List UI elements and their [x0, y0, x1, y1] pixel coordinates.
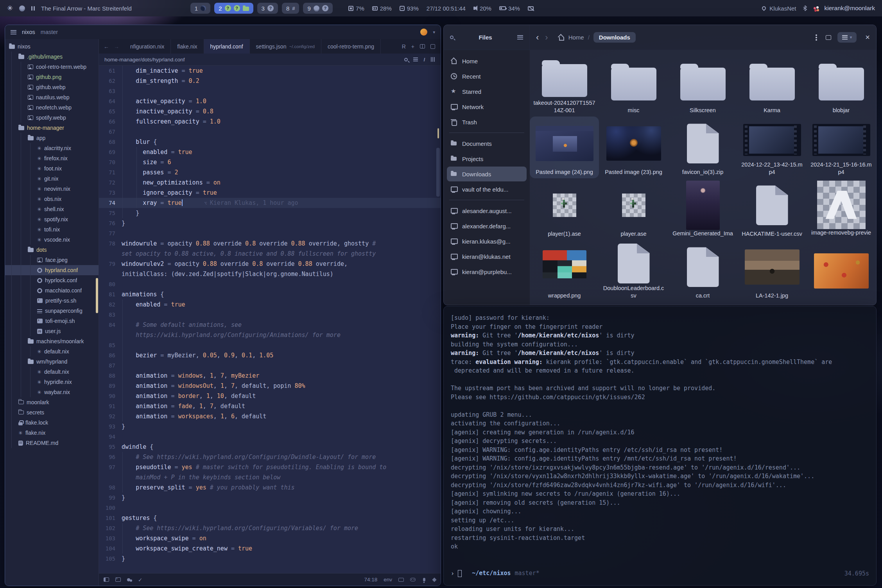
- tree-item-git.nix[interactable]: git.nix: [5, 174, 99, 184]
- sidebar-item-home[interactable]: Home: [447, 54, 527, 68]
- tree-item-neofetch.webp[interactable]: neofetch.webp: [5, 102, 99, 113]
- git-branch-label[interactable]: master: [41, 29, 58, 35]
- tab-settings.json[interactable]: settings.json~/.config/zed: [250, 39, 321, 54]
- file-item-Gemini_Generated_Image_4rqv8k4rqv8k4rqv.jpg[interactable]: Gemini_Generated_Image_4rqv8k4rqv8k4rqv.…: [668, 178, 737, 240]
- files-search-icon[interactable]: [450, 36, 454, 39]
- sidebar-item-downloads[interactable]: Downloads: [447, 167, 527, 181]
- cursor-position[interactable]: 74:18: [364, 577, 377, 583]
- diagnostics-check-icon[interactable]: ✓: [138, 577, 142, 583]
- tree-item-wm/hyprland[interactable]: wm/hyprland: [5, 357, 99, 367]
- menu-icon[interactable]: [11, 30, 16, 34]
- files-forward-button[interactable]: ›: [545, 34, 548, 41]
- code-editor[interactable]: 61 dim_inactive = true62 dim_strength = …: [99, 66, 441, 573]
- sidebar-item-alexander-defarg-[interactable]: alexander.defarg...: [447, 219, 527, 233]
- workspace-3[interactable]: 3?: [257, 3, 278, 14]
- workspace-9[interactable]: 9?: [303, 3, 332, 14]
- file-item-takeout-20241207T155714Z-001[interactable]: takeout-20241207T155714Z-001: [530, 55, 599, 117]
- tree-item-sunpaperconfig[interactable]: sunpaperconfig: [5, 306, 99, 316]
- chevron-down-icon[interactable]: ▾: [433, 30, 435, 35]
- tree-item-face.jpeg[interactable]: face.jpeg: [5, 255, 99, 265]
- tree-item-spotify.webp[interactable]: spotify.webp: [5, 113, 99, 123]
- file-item-image-removebg-preview(1).png[interactable]: image-removebg-preview(1).png: [807, 178, 876, 240]
- file-item-2024-12-22_13-42-15.mp4[interactable]: 2024-12-22_13-42-15.mp4: [737, 117, 807, 178]
- file-item-LA-142-1.jpg[interactable]: LA-142-1.jpg: [737, 240, 807, 302]
- new-tab-button[interactable]: +: [411, 43, 414, 50]
- tree-item-hyprlock.conf[interactable]: hyprlock.conf: [5, 275, 99, 285]
- sidebar-item-kieran-klukas-net[interactable]: kieran@klukas.net: [447, 249, 527, 264]
- split-pane-icon[interactable]: [420, 44, 425, 48]
- inline-assist-icon[interactable]: I: [423, 57, 425, 63]
- avatar[interactable]: [420, 29, 427, 36]
- sidebar-item-documents[interactable]: Documents: [447, 136, 527, 151]
- screen-share-icon[interactable]: [398, 578, 404, 582]
- file-item-2024-12-21_15-16-16.mp4[interactable]: 2024-12-21_15-16-16.mp4: [807, 117, 876, 178]
- tree-item-README.md[interactable]: README.md: [5, 438, 99, 448]
- file-item-HACKATIME-1-user.csv[interactable]: HACKATIME-1-user.csv: [737, 178, 807, 240]
- breadcrumb[interactable]: home-manager/dots/hyprland.conf: [104, 57, 185, 63]
- tree-item-nautilus.webp[interactable]: nautilus.webp: [5, 92, 99, 102]
- tree-item-flake.lock[interactable]: flake.lock: [5, 418, 99, 428]
- tree-item-alacritty.nix[interactable]: alacritty.nix: [5, 143, 99, 153]
- toggle-sidebar-icon[interactable]: [104, 577, 109, 582]
- files-back-button[interactable]: ‹: [536, 34, 539, 41]
- tree-item-nixos[interactable]: nixos: [5, 41, 99, 52]
- tree-item-vscode.nix[interactable]: vscode.nix: [5, 235, 99, 245]
- sidebar-item-kieran-klukas-g-[interactable]: kieran.klukas@g...: [447, 234, 527, 249]
- file-item-blobjar[interactable]: blobjar: [807, 55, 876, 117]
- workspace-2[interactable]: 2??: [214, 3, 253, 14]
- sidebar-item-alesander-august-[interactable]: alesander.august...: [447, 203, 527, 218]
- tree-item-moonlark[interactable]: moonlark: [5, 397, 99, 407]
- sidebar-item-trash[interactable]: Trash: [447, 115, 527, 129]
- collab-panel-icon[interactable]: [127, 578, 130, 581]
- tab-hyprland.conf[interactable]: hyprland.conf: [204, 39, 250, 54]
- tree-scrollbar[interactable]: [96, 278, 98, 313]
- tree-item-prettify-ss.sh[interactable]: prettify-ss.sh: [5, 296, 99, 306]
- sidebar-item-projects[interactable]: Projects: [447, 151, 527, 166]
- filter-icon[interactable]: [413, 57, 418, 61]
- tab-cool-retro-term.png[interactable]: cool-retro-term.png: [321, 39, 381, 54]
- tree-item-home-manager[interactable]: home-manager: [5, 123, 99, 133]
- file-item-ca.crt[interactable]: ca.crt: [668, 240, 737, 302]
- tree-item-tofi.nix[interactable]: tofi.nix: [5, 224, 99, 235]
- tree-item-firefox.nix[interactable]: firefox.nix: [5, 153, 99, 163]
- tree-item-neovim.nix[interactable]: neovim.nix: [5, 184, 99, 194]
- workspace-1[interactable]: 1: [190, 3, 210, 14]
- project-name[interactable]: nixos: [22, 29, 35, 35]
- file-item-player(1).ase[interactable]: player(1).ase: [530, 178, 599, 240]
- tab-nfiguration.nix[interactable]: nfiguration.nix: [124, 39, 171, 54]
- file-item-wrapped.png[interactable]: wrapped.png: [530, 240, 599, 302]
- wifi-network[interactable]: KlukasNet: [762, 5, 796, 12]
- editor-scrollbar[interactable]: [436, 148, 440, 197]
- tree-item-dots[interactable]: dots: [5, 245, 99, 255]
- nav-forward-icon[interactable]: →: [114, 43, 119, 50]
- breadcrumb-home[interactable]: Home: [568, 34, 584, 41]
- file-item-Pasted image (24).png[interactable]: Pasted image (24).png: [530, 117, 599, 178]
- tree-item-spotify.nix[interactable]: spotify.nix: [5, 214, 99, 224]
- sidebar-item-starred[interactable]: Starred: [447, 84, 527, 99]
- file-item-player.ase[interactable]: player.ase: [599, 178, 668, 240]
- workspace-8[interactable]: 8#: [282, 3, 299, 14]
- tree-item-obs.nix[interactable]: obs.nix: [5, 194, 99, 204]
- tree-item-default.nix[interactable]: default.nix: [5, 346, 99, 357]
- file-item-favicon_io(3).zip[interactable]: favicon_io(3).zip: [668, 117, 737, 178]
- new-tab-icon[interactable]: [826, 35, 831, 40]
- assistant-sparkle-icon[interactable]: [432, 577, 436, 582]
- breadcrumb-current[interactable]: Downloads: [593, 32, 636, 43]
- close-window-button[interactable]: ×: [865, 33, 870, 42]
- file-item-DoubloonLeaderboard.csv[interactable]: DoubloonLeaderboard.csv: [599, 240, 668, 302]
- search-icon[interactable]: [404, 58, 408, 61]
- recording-indicator[interactable]: R: [402, 43, 406, 50]
- view-toggle-button[interactable]: ▾: [837, 32, 857, 43]
- tray-app-icon[interactable]: [814, 7, 816, 9]
- nixos-logo-icon[interactable]: ✳: [7, 5, 13, 12]
- tree-item-macchiato.conf[interactable]: macchiato.conf: [5, 285, 99, 296]
- sidebar-item-kieran-purplebu-[interactable]: kieran@purplebu...: [447, 264, 527, 279]
- file-item-unnamed[interactable]: [807, 240, 876, 302]
- language-mode[interactable]: env: [384, 577, 392, 583]
- pause-icon[interactable]: [31, 6, 32, 11]
- tree-item-machines/moonlark[interactable]: machines/moonlark: [5, 336, 99, 346]
- tree-item-hypridle.nix[interactable]: hypridle.nix: [5, 377, 99, 387]
- controller-icon[interactable]: [410, 578, 416, 581]
- tree-item-hyprland.conf[interactable]: hyprland.conf: [5, 265, 99, 275]
- tab-flake.nix[interactable]: flake.nix: [171, 39, 204, 54]
